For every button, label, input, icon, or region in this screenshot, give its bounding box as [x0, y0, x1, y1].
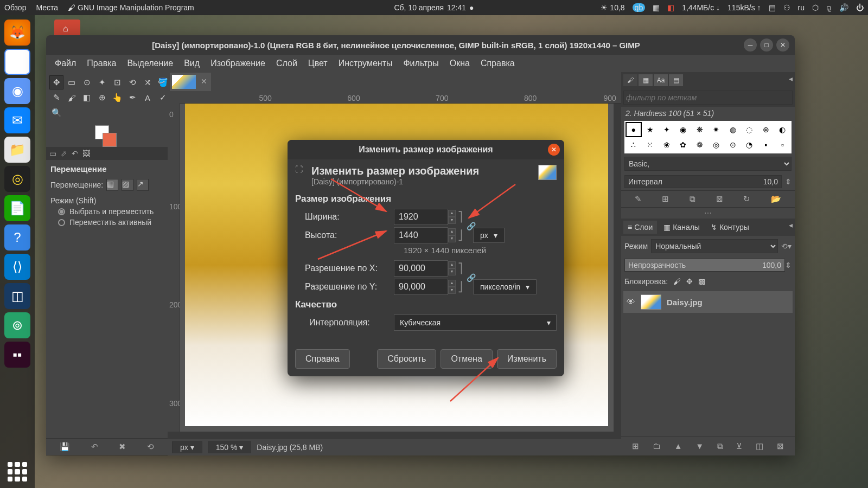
xres-spin-down[interactable]: ▾: [448, 268, 456, 275]
brush-item[interactable]: ◐: [775, 122, 791, 137]
mask-layer-icon[interactable]: ◫: [756, 441, 763, 451]
qbit-icon[interactable]: qb: [633, 3, 646, 12]
yres-spin-down[interactable]: ▾: [448, 287, 456, 294]
weather-indicator[interactable]: ☀ 10,8: [601, 3, 624, 12]
menu-windows[interactable]: Окна: [445, 56, 474, 70]
layer-panel-menu-icon[interactable]: ◂: [789, 221, 793, 234]
move-path-button[interactable]: ↗: [137, 179, 149, 191]
delete-preset-icon[interactable]: ✖: [119, 442, 126, 452]
height-spin-down[interactable]: ▾: [448, 235, 456, 242]
channels-tab[interactable]: ▥Каналы: [659, 221, 704, 234]
color-swatch[interactable]: [46, 123, 168, 147]
unit-selector[interactable]: px ▾: [172, 441, 202, 453]
dock-terminal-icon[interactable]: ▪▪: [4, 342, 30, 368]
yres-input[interactable]: [394, 279, 448, 295]
brush-item[interactable]: ◎: [709, 138, 725, 153]
tab-images-icon[interactable]: 🖼: [82, 149, 90, 158]
xres-input[interactable]: [394, 260, 448, 277]
lock-pixels-icon[interactable]: 🖌: [673, 277, 681, 286]
show-apps-button[interactable]: [8, 462, 27, 481]
ruler-vertical[interactable]: 0 100 200 300: [168, 104, 180, 432]
size-unit-select[interactable]: px▾: [473, 228, 505, 243]
menu-edit[interactable]: Правка: [82, 56, 120, 70]
clock-date[interactable]: Сб, 10 апреля: [394, 3, 444, 12]
power-icon[interactable]: ⏻: [856, 3, 864, 12]
tab-device-icon[interactable]: ⬀: [61, 149, 67, 158]
fuzzy-select-tool[interactable]: ✦: [95, 75, 109, 89]
opacity-slider[interactable]: Непрозрачность100,0: [624, 259, 785, 272]
delete-layer-icon[interactable]: ⊠: [777, 441, 784, 451]
layer-item[interactable]: 👁 Daisy.jpg: [623, 291, 793, 313]
menu-layer[interactable]: Слой: [272, 56, 302, 70]
brush-item[interactable]: ▫: [775, 138, 791, 153]
dock-firefox-icon[interactable]: 🦊: [4, 20, 30, 46]
clone-tool[interactable]: ⊕: [95, 91, 109, 105]
brush-item[interactable]: ◍: [725, 122, 741, 137]
brush-item[interactable]: ⁙: [642, 138, 659, 153]
activities-button[interactable]: Обзор: [4, 3, 26, 12]
help-button[interactable]: Справка: [295, 349, 350, 369]
width-input[interactable]: [394, 209, 448, 225]
height-spin-up[interactable]: ▴: [448, 228, 456, 235]
free-select-tool[interactable]: ⊙: [80, 75, 94, 89]
ruler-horizontal[interactable]: 500 600 700 800 900: [180, 92, 621, 104]
delete-brush-icon[interactable]: ⊠: [716, 194, 723, 204]
crop-tool[interactable]: ⊡: [110, 75, 124, 89]
patterns-tab-icon[interactable]: ▦: [639, 74, 653, 86]
tray-app-icon[interactable]: ▤: [769, 3, 776, 12]
places-menu[interactable]: Места: [36, 3, 58, 12]
reset-icon[interactable]: ⟲: [147, 442, 154, 452]
dock-writer-icon[interactable]: 📄: [4, 195, 30, 221]
image-tab[interactable]: ✕: [170, 73, 211, 91]
brush-item[interactable]: ✦: [659, 122, 675, 137]
layers-tab[interactable]: ≡Слои: [623, 221, 657, 234]
brush-item[interactable]: ●: [626, 122, 642, 137]
restore-preset-icon[interactable]: ↶: [91, 442, 98, 452]
path-tool[interactable]: ✒: [125, 91, 139, 105]
width-spin-down[interactable]: ▾: [448, 217, 456, 224]
brush-tool[interactable]: 🖌: [65, 91, 79, 105]
menu-select[interactable]: Выделение: [123, 56, 177, 70]
brush-spacing-slider[interactable]: Интервал10,0: [624, 175, 782, 188]
radio-move-active[interactable]: Переместить активный: [58, 218, 163, 227]
brush-preset-select[interactable]: Basic,: [624, 157, 792, 171]
layer-name[interactable]: Daisy.jpg: [667, 298, 703, 307]
warp-tool[interactable]: ⤨: [141, 75, 155, 89]
yres-spin-up[interactable]: ▴: [448, 280, 456, 287]
brush-item[interactable]: ✷: [709, 122, 725, 137]
brush-item[interactable]: ∴: [626, 138, 642, 153]
scrollbar-horizontal[interactable]: [168, 432, 621, 439]
dock-files-icon[interactable]: 📁: [4, 137, 30, 163]
cancel-button[interactable]: Отмена: [441, 349, 492, 369]
radio-pick-layer[interactable]: Выбрать и переместить: [58, 207, 163, 216]
dialog-titlebar[interactable]: Изменить размер изображения ✕: [288, 140, 564, 159]
gimp-titlebar[interactable]: [Daisy] (импортировано)-1.0 (Цвета RGB 8…: [46, 35, 795, 55]
move-tool[interactable]: ✥: [49, 75, 63, 89]
lower-layer-icon[interactable]: ▼: [695, 441, 704, 451]
tab-history-icon[interactable]: ↶: [72, 149, 78, 158]
blend-mode-select[interactable]: Нормальный: [651, 239, 778, 253]
new-layer-icon[interactable]: ⊞: [632, 441, 639, 451]
background-color[interactable]: [103, 133, 117, 147]
brush-item[interactable]: ★: [642, 122, 659, 137]
brush-item[interactable]: ❁: [692, 138, 708, 153]
panel-grip[interactable]: ⋯: [621, 208, 795, 219]
maximize-button[interactable]: □: [760, 38, 773, 52]
brush-item[interactable]: ❋: [692, 122, 708, 137]
menu-tools[interactable]: Инструменты: [334, 56, 397, 70]
minimize-button[interactable]: ─: [744, 38, 757, 52]
save-preset-icon[interactable]: 💾: [60, 442, 70, 452]
bluetooth-icon[interactable]: ⚼: [826, 3, 832, 12]
dock-app-icon[interactable]: ⊚: [4, 312, 30, 338]
move-selection-button[interactable]: ▨: [122, 179, 133, 191]
transform-tool[interactable]: ⟲: [125, 75, 139, 89]
duplicate-layer-icon[interactable]: ⧉: [717, 441, 723, 451]
brush-item[interactable]: ❀: [659, 138, 675, 153]
brush-item[interactable]: ◉: [675, 122, 692, 137]
menu-file[interactable]: Файл: [50, 56, 80, 70]
merge-layer-icon[interactable]: ⊻: [736, 441, 742, 451]
new-group-icon[interactable]: 🗀: [653, 441, 661, 451]
open-brush-icon[interactable]: 📂: [771, 194, 781, 204]
scale-button[interactable]: Изменить: [497, 349, 557, 369]
res-link-icon[interactable]: 🔗: [467, 273, 476, 282]
